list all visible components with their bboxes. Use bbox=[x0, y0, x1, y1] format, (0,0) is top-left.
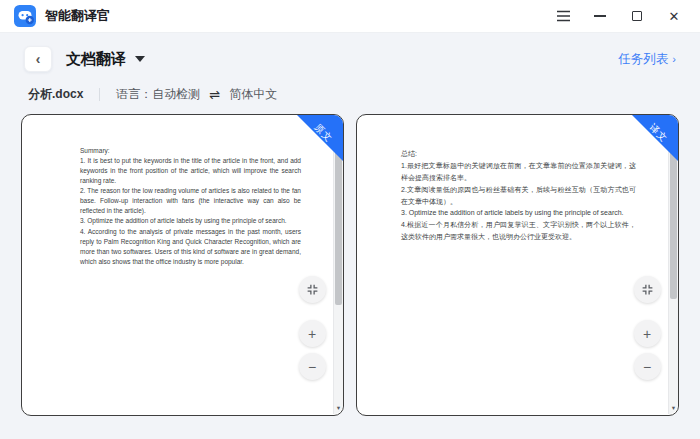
target-viewer-controls: + − bbox=[633, 276, 661, 380]
source-language-label: 语言：自动检测 bbox=[116, 86, 200, 103]
paragraph: 2. The reason for the low reading volume… bbox=[80, 186, 301, 216]
app-logo-icon bbox=[14, 5, 36, 27]
task-list-label: 任务列表 bbox=[618, 51, 668, 68]
target-scrollbar[interactable]: ▼ bbox=[668, 116, 678, 414]
paragraph: Summary: bbox=[80, 146, 301, 156]
zoom-out-button[interactable]: − bbox=[634, 353, 661, 380]
target-language-label: 简体中文 bbox=[229, 86, 277, 103]
chevron-right-icon: › bbox=[672, 53, 676, 65]
maximize-icon bbox=[632, 11, 642, 21]
paragraph: 4.根据近一个月私信分析，用户回复掌识王、文字识别快，两个以上软件，这类软件的用… bbox=[401, 219, 636, 243]
file-bar: 分析.docx 语言：自动检测 ⇌ 简体中文 bbox=[0, 72, 700, 103]
source-viewer-controls: + − bbox=[298, 276, 326, 380]
maximize-button[interactable] bbox=[625, 5, 649, 27]
scroll-down-icon[interactable]: ▼ bbox=[669, 406, 678, 412]
zoom-in-button[interactable]: + bbox=[299, 320, 326, 347]
paragraph: 4. According to the analysis of private … bbox=[80, 227, 301, 267]
paragraph: 3. Optimize the addition of article labe… bbox=[80, 216, 301, 226]
paragraph: 总结: bbox=[401, 148, 636, 160]
source-scrollbar-thumb[interactable] bbox=[335, 129, 342, 305]
fit-to-screen-icon bbox=[306, 283, 319, 296]
target-document-text: 总结: 1.最好把文章标题中的关键词放在前面，在文章靠前的位置添加关键词，这样会… bbox=[357, 115, 666, 413]
page-title: 文档翻译 bbox=[66, 50, 126, 69]
fit-to-screen-button[interactable] bbox=[634, 276, 661, 303]
fit-to-screen-icon bbox=[641, 283, 654, 296]
menu-icon[interactable] bbox=[551, 5, 575, 27]
document-panels: Summary: 1. It is best to put the keywor… bbox=[0, 103, 700, 416]
zoom-out-button[interactable]: − bbox=[299, 353, 326, 380]
app-title: 智能翻译官 bbox=[45, 7, 110, 25]
target-scrollbar-thumb[interactable] bbox=[670, 129, 677, 299]
minimize-button[interactable] bbox=[588, 5, 612, 27]
titlebar: 智能翻译官 ✕ bbox=[0, 0, 700, 33]
paragraph: 3. Optimize the addition of article labe… bbox=[401, 207, 636, 219]
scroll-down-icon[interactable]: ▼ bbox=[334, 406, 343, 412]
close-button[interactable]: ✕ bbox=[662, 5, 686, 27]
zoom-in-button[interactable]: + bbox=[634, 320, 661, 347]
back-button[interactable]: ‹ bbox=[24, 46, 52, 72]
source-document-text: Summary: 1. It is best to put the keywor… bbox=[22, 115, 331, 413]
minimize-icon bbox=[594, 15, 606, 17]
window-controls: ✕ bbox=[551, 5, 686, 27]
swap-languages-icon[interactable]: ⇌ bbox=[209, 87, 220, 102]
source-document-panel: Summary: 1. It is best to put the keywor… bbox=[21, 114, 344, 416]
paragraph: 2.文章阅读量低的原因也与粉丝基础有关，后续与粉丝互动（互动方式也可在文章中体现… bbox=[401, 184, 636, 208]
target-document-panel: 总结: 1.最好把文章标题中的关键词放在前面，在文章靠前的位置添加关键词，这样会… bbox=[356, 114, 679, 416]
paragraph: 1. It is best to put the keywords in the… bbox=[80, 156, 301, 186]
nav-row: ‹ 文档翻译 任务列表 › bbox=[0, 33, 700, 72]
fit-to-screen-button[interactable] bbox=[299, 276, 326, 303]
divider bbox=[99, 88, 100, 101]
source-scrollbar[interactable]: ▼ bbox=[333, 116, 343, 414]
paragraph: 1.最好把文章标题中的关键词放在前面，在文章靠前的位置添加关键词，这样会提高搜索… bbox=[401, 160, 636, 184]
task-list-link[interactable]: 任务列表 › bbox=[618, 51, 676, 68]
back-icon: ‹ bbox=[36, 51, 41, 67]
chevron-down-icon[interactable] bbox=[135, 56, 145, 62]
filename-label: 分析.docx bbox=[28, 86, 83, 103]
